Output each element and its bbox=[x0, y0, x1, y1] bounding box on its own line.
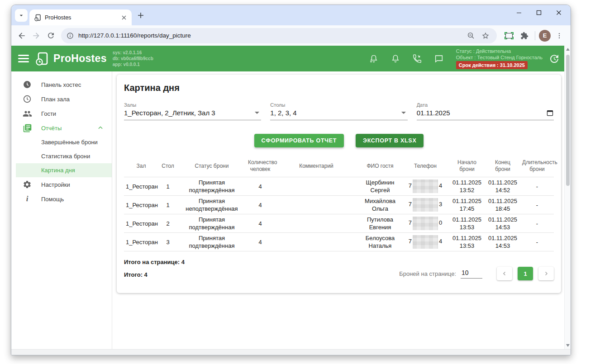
col-header-duration: Длительность брони bbox=[520, 157, 554, 177]
profile-initial: E bbox=[543, 32, 547, 39]
redacted-phone-block bbox=[413, 180, 438, 193]
chevron-left-icon bbox=[501, 270, 508, 277]
prev-page-button[interactable] bbox=[497, 267, 512, 280]
report-card: Картина дня Залы 1_Ресторан, 2_Летник, З… bbox=[117, 75, 561, 293]
app-logo-icon bbox=[34, 52, 49, 66]
calendar-icon[interactable] bbox=[546, 109, 554, 117]
close-icon bbox=[556, 10, 562, 15]
tab-title: ProHostes bbox=[45, 14, 120, 21]
close-window-button[interactable] bbox=[549, 5, 569, 20]
horizontal-scrollbar[interactable] bbox=[11, 349, 571, 355]
sys-version: sys: v2.0.1.16 bbox=[113, 50, 153, 56]
page-1-button[interactable]: 1 bbox=[518, 267, 533, 280]
totals-block: Итого на странице: 4 Итого: 4 bbox=[124, 259, 185, 284]
menu-toggle-button[interactable] bbox=[18, 53, 29, 65]
sidebar-item-reports[interactable]: Отчёты bbox=[11, 121, 112, 135]
browser-titlebar: ProHostes bbox=[11, 5, 571, 25]
sidebar-item-help[interactable]: i Помощь bbox=[11, 192, 112, 206]
export-xlsx-button[interactable]: ЭКСПОРТ В XLSX bbox=[356, 134, 424, 147]
star-icon bbox=[481, 32, 490, 40]
back-button[interactable] bbox=[15, 29, 29, 43]
site-info-icon[interactable] bbox=[67, 32, 74, 39]
minimize-button[interactable] bbox=[509, 5, 529, 20]
cell-start: 01.11.2025 13:52 bbox=[449, 177, 485, 196]
chat-icon bbox=[434, 54, 444, 64]
sidebar-item-label: Панель хостес bbox=[41, 81, 81, 88]
table-header-row: Зал Стол Статус брони Количество человек… bbox=[124, 157, 554, 177]
tables-select[interactable]: Столы 1, 2, 3, 4 bbox=[270, 102, 407, 120]
cell-guest-name: Михайлова Ольга bbox=[358, 196, 402, 214]
chevron-right-icon bbox=[543, 270, 549, 277]
cell-end: 01.11.2025 18:45 bbox=[485, 196, 520, 214]
sidebar-item-hostess-panel[interactable]: Панель хостес bbox=[11, 77, 112, 92]
cell-start: 01.11.2025 13:53 bbox=[449, 214, 485, 233]
sidebar-subitem-label: Завершённые брони bbox=[41, 139, 98, 146]
dropdown-arrow-icon bbox=[255, 112, 259, 114]
reload-button[interactable] bbox=[44, 29, 57, 43]
tab-close-button[interactable] bbox=[120, 14, 128, 22]
cell-guest-name: Путилова Евгения bbox=[358, 214, 402, 233]
cell-end: 01.11.2025 14:53 bbox=[485, 214, 520, 233]
scroll-down-arrow-icon[interactable] bbox=[566, 344, 570, 347]
scroll-up-arrow-icon[interactable] bbox=[566, 48, 570, 51]
app-header: ProHostes sys: v2.0.1.16 db: vb0ca6f8b9c… bbox=[11, 46, 564, 71]
cell-start: 01.11.2025 13:53 bbox=[449, 233, 485, 251]
url-bar[interactable]: http://127.0.0.1:11160/reports/day_pictu… bbox=[61, 28, 497, 43]
cell-end: 01.11.2025 14:52 bbox=[485, 177, 520, 196]
sidebar-subitem-day-picture[interactable]: Картина дня bbox=[16, 163, 112, 177]
date-label: Дата bbox=[417, 102, 554, 108]
sidebar-subitem-booking-stats[interactable]: Статистика брони bbox=[11, 149, 112, 163]
next-page-button[interactable] bbox=[538, 267, 554, 280]
reports-icon bbox=[22, 123, 32, 133]
bookings-table: Зал Стол Статус брони Количество человек… bbox=[124, 157, 554, 251]
redacted-phone-block bbox=[413, 217, 438, 230]
forward-button[interactable] bbox=[29, 29, 43, 43]
object-line: Объект : Тестовый Стенд Горносталь bbox=[456, 54, 543, 61]
vertical-scrollbar[interactable] bbox=[564, 46, 571, 349]
vertical-scrollbar-thumb[interactable] bbox=[566, 55, 570, 186]
messages-button[interactable] bbox=[433, 53, 444, 64]
col-header-comment: Комментарий bbox=[274, 157, 358, 177]
date-field[interactable]: Дата 01.11.2025 bbox=[417, 102, 554, 120]
refresh-data-button[interactable] bbox=[549, 53, 560, 64]
bell-icon bbox=[390, 54, 400, 64]
sidebar-item-hall-plan[interactable]: План зала bbox=[11, 92, 112, 106]
phone-prefix: 7 bbox=[409, 238, 412, 245]
browser-menu-button[interactable] bbox=[552, 29, 566, 43]
zoom-out-button[interactable] bbox=[465, 30, 477, 42]
capture-extension-button[interactable] bbox=[502, 29, 516, 43]
cell-phone: 73 bbox=[402, 196, 449, 214]
per-page-label: Броней на странице: bbox=[399, 270, 456, 277]
filters-row: Залы 1_Ресторан, 2_Летник, Зал 3 Столы bbox=[124, 102, 554, 120]
new-tab-button[interactable] bbox=[134, 9, 147, 22]
call-log-button[interactable] bbox=[412, 53, 423, 64]
sidebar-item-settings[interactable]: Настройки bbox=[11, 177, 112, 192]
sidebar-item-guests[interactable]: Гости bbox=[11, 106, 112, 121]
cell-duration: - bbox=[520, 196, 554, 214]
tab-search-button[interactable] bbox=[15, 9, 28, 22]
screen-capture-icon bbox=[505, 32, 514, 39]
extensions-button[interactable] bbox=[518, 29, 531, 43]
profile-avatar[interactable]: E bbox=[539, 30, 551, 42]
puzzle-icon bbox=[520, 32, 528, 40]
notifications-button[interactable] bbox=[390, 53, 401, 64]
generate-report-button[interactable]: СФОРМИРОВАТЬ ОТЧЕТ bbox=[254, 134, 344, 147]
help-italic-i-icon: i bbox=[22, 194, 32, 203]
bookmark-button[interactable] bbox=[480, 30, 491, 42]
maximize-button[interactable] bbox=[529, 5, 549, 20]
cell-guests: 4 bbox=[246, 196, 274, 214]
kebab-menu-icon bbox=[556, 32, 563, 39]
url-text[interactable]: http://127.0.0.1:11160/reports/day_pictu… bbox=[78, 32, 462, 39]
sidebar-subitem-completed-bookings[interactable]: Завершённые брони bbox=[11, 135, 112, 149]
cell-table: 2 bbox=[158, 214, 177, 233]
cell-comment bbox=[274, 196, 358, 214]
per-page-input[interactable] bbox=[461, 269, 482, 279]
add-notification-button[interactable] bbox=[368, 53, 379, 64]
halls-select[interactable]: Залы 1_Ресторан, 2_Летник, Зал 3 bbox=[124, 102, 261, 120]
redacted-phone-block bbox=[413, 198, 438, 212]
browser-tab[interactable]: ProHostes bbox=[29, 9, 132, 25]
cell-status: Принятая подтверждённая bbox=[177, 233, 246, 251]
main-content: Картина дня Залы 1_Ресторан, 2_Летник, З… bbox=[112, 71, 564, 349]
status-line: Статус : Действительна bbox=[456, 48, 543, 54]
cell-status: Принятая подтверждённая bbox=[177, 177, 246, 196]
